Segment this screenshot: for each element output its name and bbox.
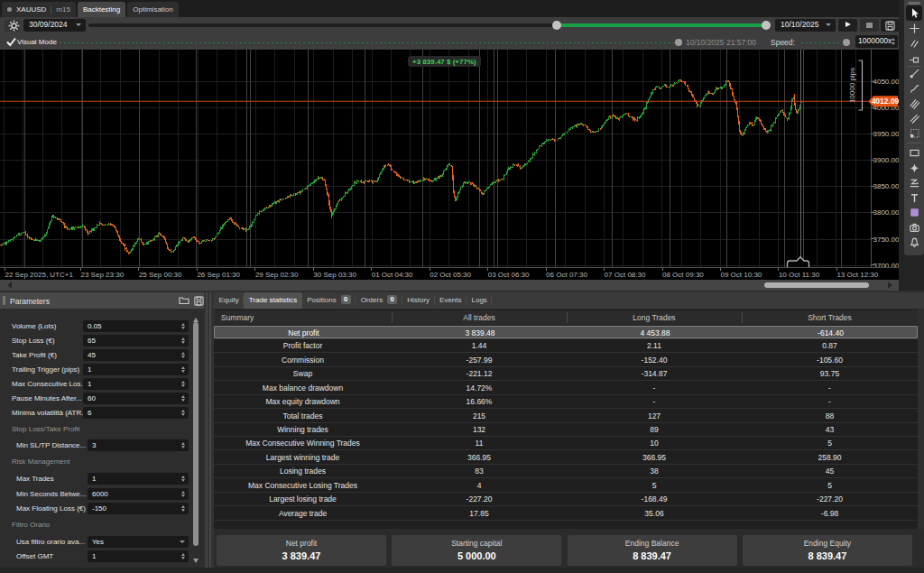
save-settings-icon[interactable]	[194, 296, 204, 306]
window-tab-optimisation[interactable]: Optimisation	[127, 2, 178, 17]
spinner-down-icon[interactable]	[181, 557, 185, 559]
table-row[interactable]: Average trade17.8535.06-6.98	[214, 506, 918, 519]
param-input-3[interactable]: 1	[83, 364, 189, 375]
spinner-up-icon[interactable]	[181, 410, 185, 412]
param-input-4[interactable]: 1	[83, 378, 189, 390]
checkbox-checked-icon[interactable]	[6, 37, 16, 47]
param-input-5[interactable]: 60	[83, 393, 189, 404]
report-tab-orders[interactable]: Orders0	[356, 292, 402, 309]
param-input-12[interactable]: -150	[88, 503, 189, 514]
window-tab-backtesting[interactable]: Backtesting	[78, 2, 125, 17]
speed-slider-track[interactable]	[801, 42, 841, 43]
spinner-up-icon[interactable]	[181, 476, 185, 478]
scroll-left-icon[interactable]	[7, 282, 12, 289]
report-tab-events[interactable]: Events	[435, 292, 467, 309]
param-input-11[interactable]: 6000	[88, 488, 189, 500]
spinner-up-icon[interactable]	[181, 505, 185, 508]
table-row[interactable]: Profit factor1.442.110.87	[214, 339, 918, 352]
param-input-0[interactable]: 0.05	[83, 320, 189, 332]
table-row[interactable]: Max equity drawdown16.66%--	[214, 395, 918, 408]
table-row[interactable]: Net profit3 839.484 453.88-614.40	[214, 326, 918, 338]
spinner-down-icon[interactable]	[181, 413, 185, 416]
table-row[interactable]: Swap-221.12-314.8793.75	[214, 367, 918, 380]
replay-position-marker[interactable]	[788, 257, 809, 267]
window-tab-xauusd[interactable]: XAUUSDm15	[2, 2, 76, 17]
bell-icon[interactable]	[909, 236, 920, 248]
price-label-icon[interactable]	[909, 53, 920, 65]
load-settings-icon[interactable]	[179, 296, 189, 305]
speed-input[interactable]: 1000000x	[855, 35, 898, 48]
crosshair-icon[interactable]	[909, 23, 920, 34]
range-start-handle[interactable]	[552, 21, 561, 30]
channel-icon[interactable]	[909, 97, 920, 109]
spinner-down-icon[interactable]	[181, 341, 185, 344]
scroll-down-icon[interactable]	[193, 559, 199, 563]
table-row[interactable]: Commission-257.99-152.40-105.60	[214, 353, 918, 365]
play-button[interactable]	[838, 19, 857, 32]
scroll-right-icon[interactable]	[888, 282, 892, 289]
date-to-select[interactable]: 10/10/2025	[775, 19, 836, 32]
param-input-15[interactable]: 1	[88, 550, 189, 562]
param-input-14[interactable]: Yes	[88, 536, 189, 548]
toolbar-grip[interactable]	[908, 2, 920, 5]
report-tab-trade-statistics[interactable]: Trade statistics	[244, 292, 302, 309]
spinner-down-icon[interactable]	[181, 399, 185, 402]
camera-icon[interactable]	[909, 222, 920, 234]
spinner-up-icon[interactable]	[181, 381, 185, 384]
param-input-6[interactable]: 6	[83, 407, 189, 419]
playback-progress-handle[interactable]	[675, 39, 682, 46]
price-chart[interactable]: 4050.004000.003950.003900.003850.003800.…	[0, 50, 899, 267]
table-row[interactable]: Total trades21512788	[214, 409, 918, 421]
report-tab-positions[interactable]: Positions0	[302, 292, 356, 309]
table-row[interactable]: Losing trades833845	[214, 465, 918, 477]
report-tab-logs[interactable]: Logs	[467, 292, 492, 309]
parameters-scrollbar[interactable]	[192, 310, 199, 573]
date-range-track[interactable]	[88, 23, 557, 27]
trendline-icon[interactable]	[909, 68, 920, 79]
table-row[interactable]: Max Consecutive Winning Trades11105	[214, 437, 918, 449]
settings-button[interactable]	[5, 20, 20, 32]
panel-grip[interactable]	[3, 296, 5, 305]
spinner-down-icon[interactable]	[181, 479, 185, 482]
color-swatch-icon[interactable]	[909, 207, 920, 218]
table-row[interactable]: Winning trades1328943	[214, 423, 918, 436]
param-input-2[interactable]: 45	[83, 349, 189, 361]
rectangle-icon[interactable]	[909, 147, 920, 159]
trend-angle-icon[interactable]	[909, 38, 920, 50]
playback-progress-track[interactable]	[60, 42, 675, 43]
spinner-down-icon[interactable]	[181, 370, 185, 373]
report-tab-history[interactable]: History	[402, 292, 435, 309]
stop-button[interactable]	[860, 19, 879, 32]
spinner-up-icon[interactable]	[181, 553, 185, 556]
cursor-icon[interactable]	[909, 7, 920, 19]
param-input-10[interactable]: 1	[88, 473, 189, 485]
range-end-handle[interactable]	[762, 21, 771, 30]
spinner-up-icon[interactable]	[181, 395, 185, 398]
spinner-up-icon[interactable]	[181, 323, 185, 326]
spinner-up-icon[interactable]	[181, 491, 185, 494]
spinner-down-icon[interactable]	[181, 384, 185, 387]
spinner-down-icon[interactable]	[181, 509, 185, 512]
spinner-down-icon[interactable]	[181, 356, 185, 358]
time-axis[interactable]: 22 Sep 2025, UTC+123 Sep 23:3025 Sep 00:…	[0, 267, 899, 280]
polyline-icon[interactable]	[909, 83, 920, 95]
grid-icon[interactable]	[909, 127, 920, 139]
spinner-up-icon[interactable]	[181, 442, 185, 445]
table-row[interactable]: Largest winning trade366.95366.95258.90	[214, 450, 918, 463]
spinner-up-icon[interactable]	[181, 366, 185, 369]
param-input-8[interactable]: 3	[88, 439, 189, 451]
save-button[interactable]	[881, 19, 899, 32]
parameters-scrollbar-thumb[interactable]	[193, 322, 199, 546]
param-input-1[interactable]: 65	[83, 335, 189, 347]
date-from-select[interactable]: 30/09/2024	[23, 19, 86, 32]
spinner-down-icon[interactable]	[892, 42, 895, 45]
spinner-down-icon[interactable]	[181, 494, 185, 497]
spinner-down-icon[interactable]	[181, 446, 185, 448]
spinner-down-icon[interactable]	[181, 327, 185, 329]
report-tab-equity[interactable]: Equity	[214, 292, 244, 309]
table-row[interactable]: Max balance drawdown14.72%--	[214, 381, 918, 393]
sparkle-icon[interactable]	[909, 162, 920, 174]
elliott-wave-icon[interactable]	[909, 177, 920, 189]
spinner-up-icon[interactable]	[181, 337, 185, 340]
speed-slider-handle[interactable]	[843, 39, 850, 46]
